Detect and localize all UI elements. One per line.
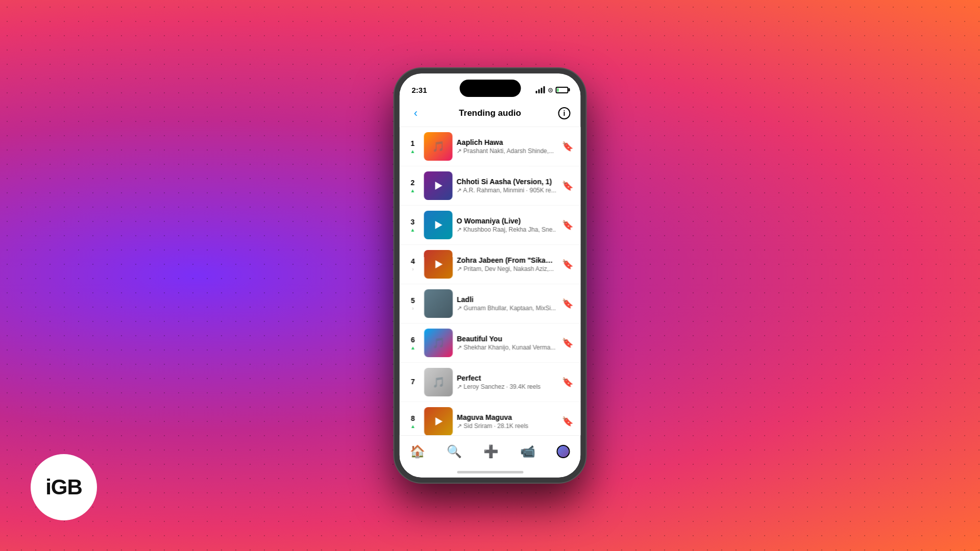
nav-reels[interactable]: 📹 [514,440,542,463]
list-item[interactable]: 1 ▲ 🎵 Aaplich Hawa ↗ Prashant Nakti, Ada… [400,127,581,166]
track-thumbnail: 🎵 [424,132,453,161]
rank-indicator: ▲ [410,148,415,154]
thumb-emoji: 🎵 [424,329,453,357]
battery-icon [556,87,569,93]
track-thumbnail: 🎵 [424,407,453,435]
rank-col: 3 ▲ [406,218,420,233]
rank-col: 8 ▲ [406,414,420,429]
bookmark-icon: 🔖 [562,298,573,309]
track-artists: ↗ Shekhar Khanijo, Kunaal Verma... [457,344,556,351]
bookmark-button[interactable]: 🔖 [560,296,575,311]
list-item[interactable]: 8 ▲ 🎵 Maguva Maguva ↗ Sid Sriram · 28.1K… [400,402,581,435]
track-info: Maguva Maguva ↗ Sid Sriram · 28.1K reels [457,413,556,430]
rank-col: 7 [406,378,420,387]
play-icon [435,182,443,190]
rank-col: 5 › [406,296,420,311]
profile-avatar [557,445,570,458]
track-title: Zohra Jabeen (From "Sikandar") [457,256,556,264]
create-icon: ➕ [483,444,499,459]
track-info: Chhoti Si Aasha (Version, 1) ↗ A.R. Rahm… [457,178,556,194]
track-title: Maguva Maguva [457,413,556,421]
track-title: O Womaniya (Live) [457,217,556,225]
page-header: ‹ Trending audio i [400,101,581,127]
rank-indicator: › [412,266,413,272]
play-overlay [424,171,453,200]
rank-indicator: ▲ [410,227,415,233]
track-thumbnail: 🎵 [424,250,453,279]
bookmark-icon: 🔖 [562,259,573,270]
nav-home[interactable]: 🏠 [404,440,431,463]
nav-search[interactable]: 🔍 [440,440,468,463]
track-info: Beautiful You ↗ Shekhar Khanijo, Kunaal … [457,335,556,351]
track-artists: ↗ Gurnam Bhullar, Kaptaan, MixSi... [457,305,556,312]
page-title: Trending audio [459,108,521,118]
list-item[interactable]: 2 ▲ 🎵 Chhoti Si Aasha (Version, 1) ↗ A.R… [400,166,581,206]
track-info: Ladli ↗ Gurnam Bhullar, Kaptaan, MixSi..… [457,295,556,312]
play-icon [435,417,443,425]
bookmark-button[interactable]: 🔖 [560,139,575,154]
rank-col: 1 ▲ [406,139,420,154]
igb-logo: iGB [31,454,97,520]
list-item[interactable]: 4 › 🎵 Zohra Jabeen (From "Sikandar") ↗ P… [400,245,581,284]
bookmark-button[interactable]: 🔖 [560,375,575,389]
bookmark-button[interactable]: 🔖 [560,336,575,350]
info-button[interactable]: i [556,105,573,121]
search-icon: 🔍 [447,444,462,459]
rank-indicator: ▲ [410,345,415,350]
back-button[interactable]: ‹ [408,105,424,121]
signal-bars-icon [536,86,545,93]
rank-indicator: ▲ [410,423,415,429]
bookmark-icon: 🔖 [562,337,573,348]
thumb-emoji: 🎵 [424,368,453,396]
track-info: Zohra Jabeen (From "Sikandar") ↗ Pritam,… [457,256,556,272]
rank-number: 6 [411,336,415,344]
rank-col: 6 ▲ [406,336,420,350]
track-info: Aaplich Hawa ↗ Prashant Nakti, Adarsh Sh… [457,138,556,155]
nav-create[interactable]: ➕ [477,440,505,463]
track-info: Perfect ↗ Leroy Sanchez · 39.4K reels [457,374,556,390]
bookmark-icon: 🔖 [562,377,573,388]
track-title: Chhoti Si Aasha (Version, 1) [457,178,556,186]
audio-list: 1 ▲ 🎵 Aaplich Hawa ↗ Prashant Nakti, Ada… [400,127,581,435]
thumb-emoji: 🎵 [424,132,453,161]
track-artists: ↗ Prashant Nakti, Adarsh Shinde,... [457,147,556,155]
phone-frame: 2:31 ⊜ [395,68,586,483]
track-title: Ladli [457,295,556,304]
track-info: O Womaniya (Live) ↗ Khushboo Raaj, Rekha… [457,217,556,233]
track-thumbnail: 🎵 [424,289,453,318]
bookmark-icon: 🔖 [562,180,573,191]
reels-icon: 📹 [520,444,535,459]
track-thumbnail: 🎵 [424,211,453,239]
track-thumbnail: 🎵 [424,171,453,200]
track-title: Beautiful You [457,335,556,343]
rank-number: 5 [411,296,415,305]
status-time: 2:31 [412,86,427,94]
rank-number: 7 [411,378,415,386]
bookmark-icon: 🔖 [562,219,573,231]
rank-indicator: ▲ [410,188,415,193]
track-thumbnail: 🎵 [424,329,453,357]
list-item[interactable]: 3 ▲ 🎵 O Womaniya (Live) ↗ Khushboo Raaj,… [400,206,581,245]
bookmark-button[interactable]: 🔖 [560,414,575,429]
track-title: Aaplich Hawa [457,138,556,146]
list-item[interactable]: 6 ▲ 🎵 Beautiful You ↗ Shekhar Khanijo, K… [400,323,581,363]
home-icon: 🏠 [410,444,425,459]
play-overlay [424,407,453,435]
wifi-icon: ⊜ [548,86,553,94]
list-item[interactable]: 7 🎵 Perfect ↗ Leroy Sanchez · 39.4K reel… [400,363,581,402]
rank-indicator: › [412,306,413,311]
track-thumbnail: 🎵 [424,368,453,396]
bookmark-button[interactable]: 🔖 [560,218,575,232]
play-overlay [424,211,453,239]
track-title: Perfect [457,374,556,382]
track-artists: ↗ Leroy Sanchez · 39.4K reels [457,383,556,390]
rank-col: 4 › [406,257,420,272]
rank-number: 3 [411,218,415,226]
track-artists: ↗ A.R. Rahman, Minmini · 905K re... [457,187,556,194]
rank-number: 2 [411,179,415,187]
bookmark-button[interactable]: 🔖 [560,179,575,193]
bookmark-button[interactable]: 🔖 [560,257,575,271]
rank-col: 2 ▲ [406,179,420,193]
nav-profile[interactable] [551,441,576,462]
list-item[interactable]: 5 › 🎵 Ladli ↗ Gurnam Bhullar, Kaptaan, M… [400,284,581,323]
